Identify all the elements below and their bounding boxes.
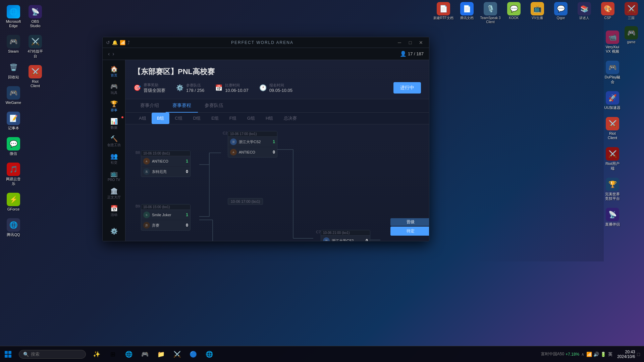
notification-dot (121, 116, 123, 118)
group-tab-c[interactable]: C组 (169, 113, 187, 124)
riot-client-icon[interactable]: ⚔️ Riot Client (602, 115, 623, 142)
system-clock[interactable]: 20:43 2024/10/6 (617, 350, 635, 359)
start-button[interactable] (0, 346, 16, 362)
main-content: 【东部赛区】PNL高校赛 🎯 赛事奖励 晋级全国赛 ⚙️ (125, 60, 429, 241)
signal-icon[interactable]: 📶 (120, 40, 125, 45)
notepad-icon[interactable]: 📝 记事本 (3, 110, 23, 132)
tray-expand-button[interactable]: ∧ (581, 352, 584, 357)
pvp-icon[interactable]: ⚔️ 47对战平台 (25, 33, 45, 60)
taskbar-browser2-icon[interactable]: 🌐 (202, 347, 217, 362)
action-button[interactable]: 进行中 (393, 82, 421, 94)
group-tab-g[interactable]: G组 (242, 113, 260, 124)
sanguo-icon[interactable]: ⚔️ 三国 (621, 2, 642, 20)
qqpe-icon[interactable]: 💬 Qqpe (550, 2, 572, 20)
rtf-doc-icon[interactable]: 📄 新建RTF文档 (433, 2, 454, 20)
riot-user-icon[interactable]: ⚔️ Riot用户端 (602, 145, 623, 172)
sidebar-item-protv[interactable]: 📺 PRO TV (104, 168, 124, 184)
nav-back-button[interactable]: ‹ (108, 51, 110, 57)
advance-confirm-button[interactable]: 待定 (390, 227, 429, 236)
sidebar-activity-label: 活动 (111, 213, 117, 217)
taskbar-files-icon[interactable]: 📁 (154, 347, 168, 362)
match-c2: 10-06 17:00 (bo1) 浙 浙江大学CS2 1 A ANTIECO … (228, 131, 277, 158)
taskbar: 🔍 ✨ ⊞ 🌐 🎮 📁 ⚔️ 🔵 🌐 富时中国A50 +7.18% ∧ (0, 346, 644, 362)
taskbar-steam-icon[interactable]: 🎮 (138, 347, 152, 362)
group-tab-a[interactable]: A组 (133, 113, 152, 124)
pwplat-icon[interactable]: 🏆 完美世界竞技平台 (602, 176, 623, 202)
bell-icon[interactable]: 🔔 (112, 40, 118, 45)
group-tab-final[interactable]: 总决赛 (278, 113, 302, 124)
sidebar-home-label: 首页 (111, 73, 117, 77)
c2-team1-name: 浙江大学CS2 (239, 139, 268, 144)
close-button[interactable]: ✕ (416, 39, 426, 46)
wegame-label: WeGame (6, 101, 21, 105)
teamspeak-icon[interactable]: 🎙️ TeamSpeak 3 Client (480, 2, 501, 24)
vvbo-icon[interactable]: 📺 VV生播 (527, 2, 548, 20)
notification-button[interactable]: □ (637, 352, 640, 357)
tournament-header: 【东部赛区】PNL高校赛 🎯 赛事奖励 晋级全国赛 ⚙️ (125, 60, 429, 99)
sidebar-item-home[interactable]: 🏠 首页 (104, 63, 124, 79)
language-indicator[interactable]: 英 (608, 351, 612, 357)
gforce-icon[interactable]: ⚡ GForce (3, 191, 23, 213)
sidebar-item-hall[interactable]: 🏛️ 正文大厅 (104, 185, 124, 201)
battery-icon[interactable]: 🔋 (600, 352, 606, 357)
wechat-icon[interactable]: 💬 微信 (3, 135, 23, 158)
sidebar-item-workshop[interactable]: 🔨 创意工坊 (104, 133, 124, 149)
group-tab-e[interactable]: E组 (206, 113, 224, 124)
tencent-doc-icon[interactable]: 📄 腾讯文档 (456, 2, 478, 20)
sidebar-item-bottom[interactable]: ⚙️ (104, 226, 124, 238)
microsoft-edge-icon[interactable]: 🌐 Microsoft Edge (3, 3, 23, 30)
duplay-icon[interactable]: 🎮 DuPlay融会 (602, 59, 623, 85)
tab-teams[interactable]: 参赛队伍 (198, 99, 230, 113)
recycle-bin-icon[interactable]: 🗑️ 回收站 (3, 59, 23, 81)
veryxiui-icon[interactable]: 📹 VeryXiui VX 视频 (602, 29, 623, 55)
b9-time: 10-06 15:00 (bo1) (141, 204, 190, 210)
tab-intro[interactable]: 赛事介绍 (133, 99, 166, 113)
group-tab-b[interactable]: B组 (152, 113, 170, 124)
date-icon: 📅 (215, 84, 222, 92)
sidebar-item-activity[interactable]: 📅 活动 (104, 203, 124, 219)
taskbar-taskview-icon[interactable]: ⊞ (105, 347, 120, 362)
taskbar-copilot-icon[interactable]: ✨ (89, 347, 104, 362)
taskbar-chrome-icon[interactable]: 🔵 (186, 347, 201, 362)
taskbar-search-bar[interactable]: 🔍 (19, 350, 86, 359)
sidebar-data-label: 数据 (111, 126, 117, 130)
network-icon[interactable]: 📶 (586, 352, 592, 357)
group-tab-h[interactable]: H组 (260, 113, 278, 124)
sidebar-item-esports[interactable]: 🏆 赛事 (104, 98, 124, 114)
app-body: 🏠 首页 🎮 玩具 🏆 赛事 📊 数 (103, 60, 429, 241)
kook-icon[interactable]: 💬 KOOK (503, 2, 525, 20)
search-input[interactable] (31, 352, 81, 357)
right-desktop-icons: 📹 VeryXiui VX 视频 🎮 DuPlay融会 🚀 UU加速器 ⚔️ R… (600, 27, 644, 255)
narrator-icon[interactable]: 📚 讲述人 (574, 2, 595, 20)
bracket-area: B8 10-06 15:00 (bo1) A ANTIECO 1 东 东特厄亮 (125, 124, 429, 241)
volume-icon[interactable]: 🔊 (593, 352, 599, 357)
desktop-icons-left: 🌐 Microsoft Edge 🎮 Steam 🗑️ 回收站 🎮 WeGame… (0, 0, 47, 261)
share-icon[interactable]: ⤴ (127, 40, 130, 45)
wegame-icon[interactable]: 🎮 WeGame (3, 84, 23, 107)
neteasemusic-icon[interactable]: 🎵 网易云音乐 (3, 161, 23, 187)
obs-icon[interactable]: 📡 OBS Studio (25, 3, 45, 30)
c2-team1-avatar: 浙 (230, 138, 237, 145)
riot-icon[interactable]: ⚔️ Riot Client (25, 63, 45, 90)
tab-schedule[interactable]: 赛事赛程 (166, 99, 198, 113)
nav-forward-button[interactable]: › (112, 51, 114, 57)
counter-left-icon[interactable]: 🌐 腾讯QQ (3, 217, 23, 239)
refresh-icon[interactable]: ↺ (106, 40, 110, 45)
minimize-button[interactable]: ─ (395, 39, 404, 46)
uu-icon[interactable]: 🚀 UU加速器 (602, 89, 623, 112)
taskbar-riot-icon[interactable]: ⚔️ (170, 347, 184, 362)
c7-team1: 浙 浙江大学CS2 0 (321, 236, 370, 241)
nav-counter-text: 17 / 187 (408, 51, 424, 56)
csp-icon[interactable]: 🎨 CSP (597, 2, 619, 20)
sidebar-item-game[interactable]: 🎮 玩具 (104, 81, 124, 97)
stream-icon[interactable]: 📡 直播伴侣 (602, 206, 623, 228)
sidebar-item-social[interactable]: 👥 社交 (104, 150, 124, 167)
sidebar-item-data[interactable]: 📊 数据 (104, 116, 124, 132)
steam-icon[interactable]: 🎮 Steam (3, 33, 23, 55)
group-tab-f[interactable]: F组 (224, 113, 242, 124)
b8-time: 10-06 15:00 (bo1) (141, 151, 190, 156)
b9-team2-avatar: 弃 (143, 222, 150, 229)
taskbar-edge-icon[interactable]: 🌐 (121, 347, 136, 362)
group-tab-d[interactable]: D组 (188, 113, 206, 124)
maximize-button[interactable]: □ (406, 39, 415, 46)
